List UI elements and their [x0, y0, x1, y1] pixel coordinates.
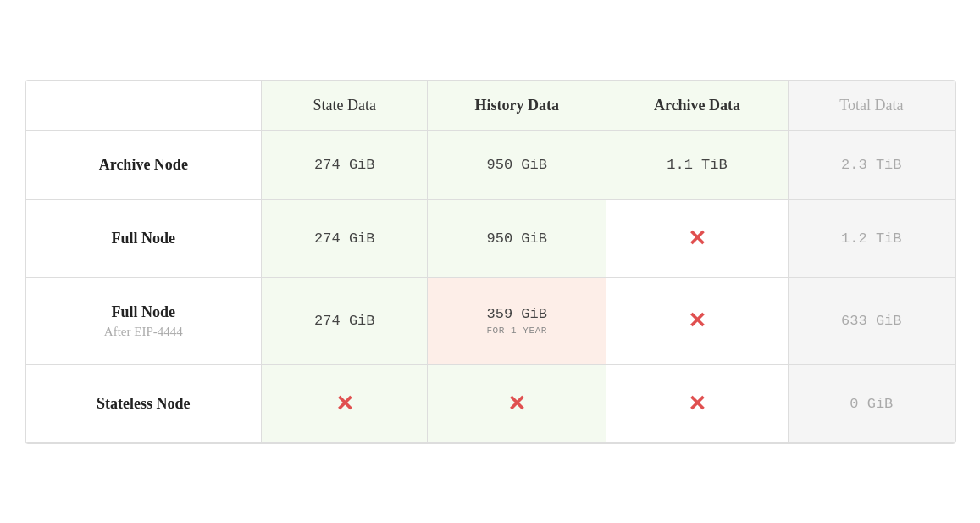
cell-state-stateless-node: ✕: [262, 364, 428, 442]
history-sub-text: FOR 1 YEAR: [445, 325, 588, 336]
row-main-label: Stateless Node: [97, 395, 191, 412]
cell-archive-stateless-node: ✕: [606, 364, 788, 442]
row-main-label: Full Node: [112, 230, 176, 247]
row-label-archive-node: Archive Node: [25, 130, 262, 199]
data-table: State Data History Data Archive Data Tot…: [25, 80, 956, 444]
cell-state-archive-node: 274 GiB: [262, 130, 428, 199]
cell-total-full-node-eip: 633 GiB: [789, 277, 955, 364]
row-main-label: Archive Node: [99, 156, 188, 173]
cell-total-full-node: 1.2 TiB: [789, 199, 955, 277]
col-header-history: History Data: [428, 81, 606, 130]
cell-state-full-node: 274 GiB: [262, 199, 428, 277]
row-label-full-node-eip: Full NodeAfter EIP-4444: [25, 277, 262, 364]
col-header-state: State Data: [262, 81, 428, 130]
cell-archive-full-node-eip: ✕: [606, 277, 788, 364]
x-mark-archive: ✕: [688, 225, 706, 251]
row-label-stateless-node: Stateless Node: [25, 364, 262, 442]
x-mark-state: ✕: [335, 391, 354, 416]
x-mark-archive: ✕: [688, 391, 706, 416]
cell-history-full-node-eip: 359 GiBFOR 1 YEAR: [428, 277, 606, 364]
row-main-label: Full Node: [112, 303, 176, 320]
row-sub-label: After EIP-4444: [47, 325, 241, 339]
cell-history-archive-node: 950 GiB: [428, 130, 606, 199]
col-header-archive: Archive Data: [606, 81, 788, 130]
cell-archive-archive-node: 1.1 TiB: [606, 130, 788, 199]
col-header-empty: [25, 81, 262, 130]
cell-archive-full-node: ✕: [606, 199, 788, 277]
cell-history-stateless-node: ✕: [428, 364, 606, 442]
row-label-full-node: Full Node: [25, 199, 262, 277]
x-mark-history: ✕: [507, 391, 526, 416]
cell-history-full-node: 950 GiB: [428, 199, 606, 277]
x-mark-archive: ✕: [688, 308, 706, 333]
col-header-total: Total Data: [789, 81, 955, 130]
cell-state-full-node-eip: 274 GiB: [262, 277, 428, 364]
cell-total-archive-node: 2.3 TiB: [789, 130, 955, 199]
cell-total-stateless-node: 0 GiB: [789, 364, 955, 442]
